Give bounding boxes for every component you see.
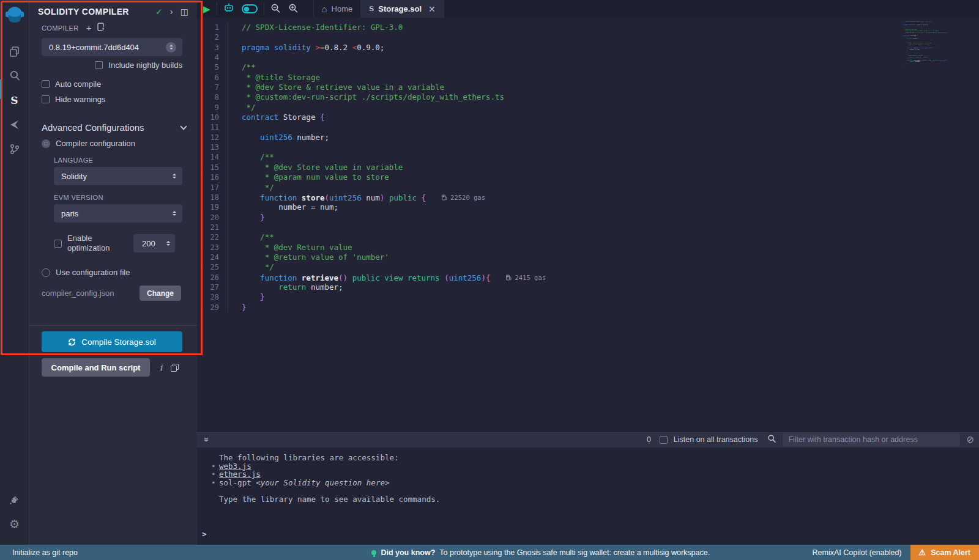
line-number: 25 xyxy=(197,262,228,272)
collapse-terminal-icon[interactable]: » xyxy=(202,437,212,442)
code-line[interactable]: 25 */ xyxy=(197,262,979,272)
remix-logo-icon[interactable] xyxy=(4,5,25,26)
code-line[interactable]: 1// SPDX-License-Identifier: GPL-3.0 xyxy=(197,23,979,32)
terminal-search-icon[interactable] xyxy=(767,434,776,445)
compile-and-run-button[interactable]: Compile and Run script xyxy=(42,358,150,377)
settings-gear-icon[interactable]: ⚙ xyxy=(0,512,29,536)
code-line[interactable]: 4 xyxy=(197,53,979,62)
chevron-down-icon[interactable] xyxy=(180,123,187,130)
code-line[interactable]: 21 xyxy=(197,223,979,232)
code-line[interactable]: 5/** xyxy=(197,62,979,72)
git-icon[interactable] xyxy=(0,137,29,161)
line-number: 21 xyxy=(197,223,228,232)
copy-icon[interactable] xyxy=(171,364,178,371)
terminal-header: » 0 Listen on all transactions ⊘ xyxy=(197,431,979,448)
tab-home[interactable]: ⌂ Home xyxy=(313,0,362,18)
optimization-runs-input[interactable]: 200 xyxy=(133,234,175,252)
terminal-line: •web3.js xyxy=(219,462,979,471)
hide-warnings-checkbox[interactable] xyxy=(42,95,50,103)
tab-bar: ▶ xyxy=(197,0,979,18)
pin-panel-icon[interactable]: ◫ xyxy=(181,7,188,17)
transaction-filter-input[interactable] xyxy=(783,433,960,446)
code-line[interactable]: 24 * @return value of 'number' xyxy=(197,252,979,262)
code-line[interactable]: 8 * @custom:dev-run-script ./scripts/dep… xyxy=(197,92,979,102)
line-number: 16 xyxy=(197,172,228,182)
code-line[interactable]: 18 function store(uint256 num) public {2… xyxy=(197,193,979,202)
terminal-line: The following libraries are accessible: xyxy=(219,454,979,462)
line-number: 2 xyxy=(197,32,228,42)
config-file-name: compiler_config.json xyxy=(42,289,140,298)
code-line[interactable]: 3pragma solidity >=0.8.2 <0.9.0; xyxy=(197,43,979,53)
code-line[interactable]: 20 } xyxy=(197,213,979,223)
compiler-version-select[interactable]: 0.8.19+commit.7dd6d404 xyxy=(42,38,182,56)
line-number: 8 xyxy=(197,92,228,102)
compile-button[interactable]: Compile Storage.sol xyxy=(42,331,182,352)
code-line[interactable]: 15 * @dev Store value in variable xyxy=(197,163,979,172)
code-line[interactable]: 27 return number; xyxy=(197,282,979,292)
search-icon[interactable] xyxy=(0,64,29,88)
code-line[interactable]: 9 */ xyxy=(197,103,979,112)
code-line[interactable]: 11 xyxy=(197,122,979,132)
terminal[interactable]: The following libraries are accessible: … xyxy=(197,448,979,545)
code-line[interactable]: 14 /** xyxy=(197,152,979,162)
code-line[interactable]: 12 uint256 number; xyxy=(197,133,979,142)
code-line[interactable]: 28 } xyxy=(197,292,979,302)
ai-robot-icon[interactable] xyxy=(223,3,234,15)
transaction-count: 0 xyxy=(647,435,651,444)
plugin-manager-icon[interactable] xyxy=(0,487,29,512)
terminal-line: •sol-gpt <your Solidity question here> xyxy=(219,479,979,487)
line-number: 27 xyxy=(197,282,228,292)
code-editor[interactable]: 1// SPDX-License-Identifier: GPL-3.023pr… xyxy=(197,18,979,431)
code-line[interactable]: 2 xyxy=(197,32,979,42)
use-configuration-file-radio[interactable] xyxy=(42,268,50,277)
zoom-in-icon[interactable] xyxy=(288,3,299,15)
line-number: 6 xyxy=(197,73,228,83)
zoom-out-icon[interactable] xyxy=(270,3,281,15)
icon-sidebar: S ⚙ xyxy=(0,0,29,545)
enable-optimization-checkbox[interactable] xyxy=(54,240,62,248)
deploy-run-icon[interactable] xyxy=(0,112,29,137)
editor-minimap[interactable]: // SPDX-License-Identifier: GPL-3.0pragm… xyxy=(903,21,948,66)
run-script-play-icon[interactable]: ▶ xyxy=(203,4,210,13)
panel-title: SOLIDITY COMPILER xyxy=(38,7,155,17)
code-line[interactable]: 17 */ xyxy=(197,183,979,193)
include-nightly-checkbox[interactable] xyxy=(95,61,103,69)
close-tab-icon[interactable]: ✕ xyxy=(428,4,436,14)
listen-transactions-checkbox[interactable] xyxy=(660,436,668,444)
clear-terminal-icon[interactable]: ⊘ xyxy=(966,434,974,445)
line-number: 13 xyxy=(197,142,228,152)
code-line[interactable]: 10contract Storage { xyxy=(197,112,979,122)
code-line[interactable]: 6 * @title Storage xyxy=(197,73,979,83)
code-line[interactable]: 29} xyxy=(197,303,979,312)
language-select[interactable]: Solidity xyxy=(54,167,182,185)
code-line[interactable]: 19 number = num; xyxy=(197,202,979,212)
code-line[interactable]: 13 xyxy=(197,142,979,152)
code-line[interactable]: 7 * @dev Store & retrieve value in a var… xyxy=(197,83,979,92)
solidity-compiler-icon[interactable]: S xyxy=(0,88,29,112)
auto-compile-checkbox[interactable] xyxy=(42,80,50,88)
advanced-configurations-title[interactable]: Advanced Configurations xyxy=(42,122,181,133)
chevron-right-icon[interactable]: › xyxy=(170,6,173,17)
tab-storage-sol[interactable]: S Storage.sol ✕ xyxy=(361,0,444,18)
git-init-status[interactable]: Initialize as git repo xyxy=(12,548,269,557)
warning-icon: ⚠ xyxy=(919,548,926,557)
code-line[interactable]: 23 * @dev Return value xyxy=(197,243,979,252)
info-icon[interactable]: i xyxy=(160,363,162,372)
copilot-toggle[interactable] xyxy=(242,4,258,13)
code-line[interactable]: 16 * @param num value to store xyxy=(197,172,979,182)
gas-estimate-badge: 22520 gas xyxy=(442,193,485,202)
file-explorer-icon[interactable] xyxy=(0,39,29,64)
evm-version-label: EVM VERSION xyxy=(54,194,103,201)
evm-version-select[interactable]: paris xyxy=(54,204,182,223)
refresh-icon xyxy=(68,338,76,346)
change-config-button[interactable]: Change xyxy=(140,286,181,301)
open-compiler-file-icon[interactable] xyxy=(97,23,105,33)
code-line[interactable]: 26 function retrieve() public view retur… xyxy=(197,273,979,282)
code-line[interactable]: 22 /** xyxy=(197,232,979,242)
terminal-line: Type the library name to see available c… xyxy=(219,495,979,504)
scam-alert-button[interactable]: ⚠ Scam Alert xyxy=(910,545,979,560)
add-compiler-icon[interactable]: + xyxy=(86,23,92,33)
compiler-configuration-radio[interactable] xyxy=(42,139,50,148)
line-number: 5 xyxy=(197,62,228,72)
terminal-prompt[interactable]: > xyxy=(202,529,207,539)
